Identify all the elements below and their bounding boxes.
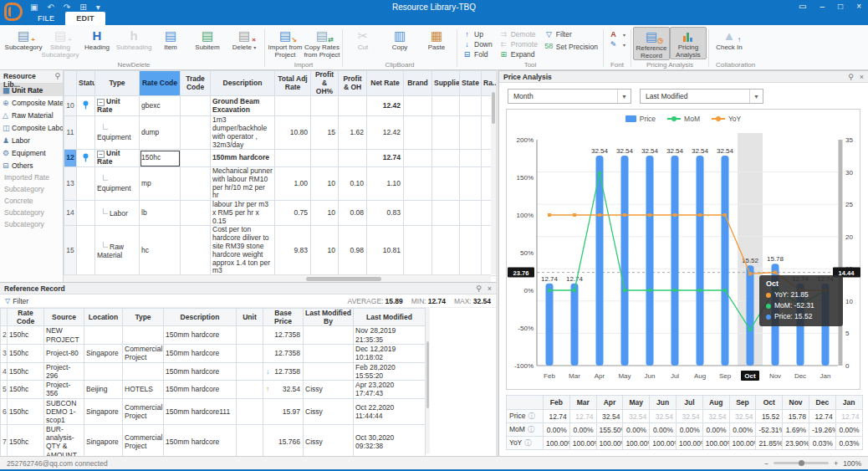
column-header-source[interactable]: Source [44,309,84,326]
table-row[interactable]: 11Equipmentdump1m3 dumper/backhole with … [64,116,497,150]
sidebar-subitem-subcategory[interactable]: Subcategory [0,207,63,218]
column-header-supplier[interactable]: Supplier [432,71,460,96]
fold-button[interactable]: ⊟Fold [462,50,493,59]
sibling-subcategory-button[interactable]: ▤+Sibling Subcategory [42,27,79,59]
check-in-button[interactable]: ▲↑Check In [711,27,748,51]
sidebar-subitem-concrete[interactable]: Concrete [0,195,63,207]
sidebar-item-unit-rate[interactable]: ▦Unit Rate [0,84,63,96]
reference-scrollbar[interactable] [426,308,430,453]
column-header-brand[interactable]: Brand [404,71,432,96]
column-header-net-rate[interactable]: Net Rate [367,71,404,96]
pin-icon[interactable]: ⚲ [476,284,482,293]
item-button[interactable]: ▤Item [152,27,189,51]
close-icon[interactable]: × [488,284,492,293]
promote-button[interactable]: ⇇Promote [499,40,538,49]
import-from-project-button[interactable]: ▤↘Import from Project [267,27,304,59]
sidebar-item-others[interactable]: ⊟Others [0,159,63,172]
filter-button[interactable]: Filter [13,297,28,305]
maximize-button[interactable]: □ [838,2,843,11]
reference-record-button[interactable]: ▤◷Reference Record [633,27,670,60]
table-row[interactable]: 14Laborlblabour 1hr per m3 x RM5 per hr … [64,201,497,226]
sidebar-subitem-subcategory[interactable]: Subcategory [0,183,63,195]
sidebar-item-equipment[interactable]: ⚙Equipment [0,146,63,159]
sidebar-item-labor[interactable]: ♟Labor [0,134,63,146]
info-icon[interactable]: ⓘ [528,426,534,433]
pin-icon[interactable]: ⚲ [54,72,60,83]
down-button[interactable]: ↓Down [462,40,493,49]
paste-button[interactable]: ▦Paste [418,27,455,51]
expand-button[interactable]: ⊞Expand [499,50,538,59]
legend-item-price[interactable]: Price [625,115,656,123]
legend-item-yoy[interactable]: YoY [712,115,741,123]
table-row[interactable]: 13EquipmentmpMechanical punner with labo… [64,167,497,201]
close-icon[interactable]: × [860,73,864,81]
column-header-profit-oh[interactable]: Profit & OH [339,71,367,96]
column-header-last-modified-by[interactable]: Last Modified By [304,309,354,326]
delete-button[interactable]: ▤×Delete ▾ [226,27,263,51]
column-header-description[interactable]: Description [211,71,275,96]
column-header-status[interactable]: Status [77,71,95,96]
subitem-button[interactable]: ▤Subitem [189,27,226,51]
table-row[interactable]: 7150hcBUR-analysis-QTY & AMOUNTSingapore… [1,425,426,456]
sort-dropdown[interactable]: Last Modified ▼ [640,89,763,104]
price-bar[interactable] [546,284,554,366]
price-bar[interactable] [697,156,704,366]
column-header-rate-code[interactable]: Rate Code [140,71,181,96]
column-header-total-adj-rate[interactable]: Total Adj Rate [275,71,311,96]
price-bar[interactable] [722,156,729,366]
up-button[interactable]: ↑Up [462,30,493,38]
column-header-trade-code[interactable]: Trade Code [181,71,211,96]
copy-rates-from-project-button[interactable]: ▤⇄Copy Rates from Project [304,27,340,59]
sidebar-item-composite-labor[interactable]: ◫Composite Labor [0,121,63,134]
price-bar[interactable] [671,156,679,366]
column-header-rownum[interactable] [64,71,77,96]
column-header-last-modified[interactable]: Last Modified [354,309,426,326]
price-bar[interactable] [646,156,654,366]
price-bar[interactable] [571,284,579,366]
column-header-type[interactable]: Type [95,71,140,96]
minimize-button[interactable]: – [820,2,825,11]
column-header-profit-oh[interactable]: Profit & OH% [311,71,339,96]
pricing-analysis-button[interactable]: Pricing Analysis [670,27,707,59]
info-icon[interactable]: ⓘ [528,412,534,420]
price-chart[interactable]: 200%150%100%50%0%-50%-100%35302520151050… [507,128,861,389]
sidebar-item-composite-material[interactable]: ⊕Composite Material [0,96,63,109]
price-bar[interactable] [621,156,629,366]
table-row[interactable]: 12−Unit Rate150hc150mm hardcore12.74 [64,150,497,167]
tab-file[interactable]: FILE [27,12,65,25]
column-header-rate-code[interactable]: Rate Code [8,309,44,326]
column-header-unit[interactable]: Unit [237,309,263,326]
info-icon[interactable]: ⓘ [524,439,531,447]
copy-button[interactable]: ▥Copy [381,27,418,51]
tab-edit[interactable]: EDIT [65,12,105,25]
table-row[interactable]: 4150hcProject-296150mm hardcore↓12.7358F… [1,362,426,380]
pin-icon[interactable]: ⚲ [848,73,854,81]
table-row[interactable]: 3150hcProject-80SingaporeCommercial Proj… [1,344,426,362]
column-header-location[interactable]: Location [84,309,123,326]
column-header-description[interactable]: Description [164,309,237,326]
subheading-button[interactable]: hSubheading [115,27,152,51]
vertical-scrollbar[interactable] [491,91,496,274]
legend-item-mom[interactable]: MoM [667,115,700,123]
cut-button[interactable]: ✂Cut [345,27,381,51]
column-header-state[interactable]: State [460,71,482,96]
demote-button[interactable]: ⇉Demote [499,30,538,38]
table-row[interactable]: 2150hcNEW PROJECT150mm hardcore12.7358No… [1,326,426,344]
active-cell[interactable]: 150hc [140,150,181,167]
table-row[interactable]: 5150hcProject-356BeijingHOTELS150mm hard… [1,381,426,398]
highlight-color-icon-button[interactable]: ✎▾ [609,40,625,49]
filter-button[interactable]: ▽Filter [544,30,598,38]
horizontal-scrollbar[interactable] [64,274,491,282]
column-header-type[interactable]: Type [123,309,164,326]
sidebar-subitem-imported-rate[interactable]: Imported Rate [0,172,63,183]
zoom-out-button[interactable]: − [764,459,768,468]
zoom-slider[interactable] [774,462,829,464]
sidebar-item-raw-material[interactable]: △Raw Material [0,109,63,121]
feedback-button[interactable]: ▭ [799,2,806,11]
subcategory-button[interactable]: ▤+Subcategory [5,27,42,51]
column-header-base-price[interactable]: Base Price [263,309,304,326]
close-button[interactable]: × [856,2,861,11]
table-row[interactable]: 15Raw MaterialhcCost per ton hardcore di… [64,226,497,276]
period-dropdown[interactable]: Month ▼ [508,89,631,104]
table-row[interactable]: 10−Unit RategbexcGround Beam Excavation1… [64,96,497,116]
